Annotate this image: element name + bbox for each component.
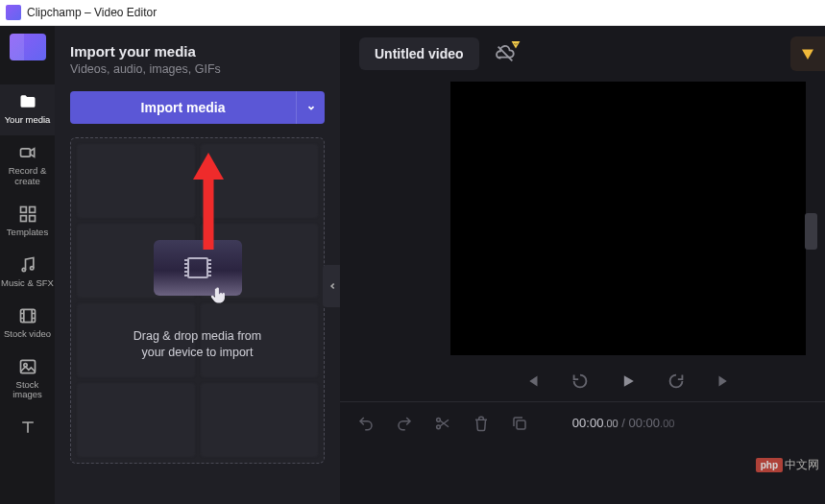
video-camera-icon [17, 143, 38, 162]
nav-label: Your media [5, 115, 51, 126]
nav-stock-images[interactable]: Stock images [0, 349, 55, 411]
premium-diamond-icon [799, 45, 816, 62]
delete-button[interactable] [473, 415, 490, 432]
import-media-button[interactable]: Import media [70, 91, 296, 124]
pointer-hand-icon [207, 286, 229, 307]
project-title-button[interactable]: Untitled video [359, 37, 479, 70]
svg-point-5 [22, 268, 25, 271]
top-bar: Untitled video [340, 26, 825, 82]
play-button[interactable] [618, 371, 639, 392]
skip-start-button[interactable] [522, 371, 543, 392]
window-title: Clipchamp – Video Editor [27, 6, 157, 19]
svg-rect-1 [20, 206, 26, 212]
timecode-duration-ms: .00 [660, 418, 674, 429]
text-icon [17, 418, 38, 437]
redo-button[interactable] [396, 415, 413, 432]
undo-icon [357, 415, 375, 432]
svg-rect-2 [29, 206, 35, 212]
skip-start-icon [522, 371, 543, 392]
timecode-sep: / [621, 416, 628, 430]
templates-icon [17, 204, 38, 224]
video-preview[interactable] [450, 82, 806, 355]
svg-rect-8 [20, 360, 35, 372]
nav-text[interactable] [0, 410, 55, 450]
nav-label: Stock images [0, 380, 55, 401]
preview-area [359, 82, 806, 355]
skip-end-icon [714, 371, 735, 392]
import-media-dropdown[interactable] [296, 91, 325, 124]
premium-diamond-icon [511, 39, 521, 49]
nav-music-sfx[interactable]: Music & SFX [0, 248, 55, 299]
duplicate-button[interactable] [511, 415, 528, 432]
svg-rect-4 [29, 215, 35, 221]
app-root: Your media Record & create Templates Mus… [0, 26, 825, 504]
dropzone-thumb [154, 240, 242, 296]
dropzone-line2: your device to import [141, 346, 253, 359]
nav-label: Record & create [0, 166, 55, 187]
scissors-icon [434, 415, 451, 432]
chevron-down-icon [306, 103, 316, 112]
skip-end-button[interactable] [714, 371, 735, 392]
forward-button[interactable] [666, 371, 687, 392]
svg-rect-12 [517, 420, 525, 429]
timecode-duration: 00:00 [629, 416, 661, 430]
panel-title: Import your media [70, 43, 325, 60]
nav-templates[interactable]: Templates [0, 197, 55, 248]
nav-label: Templates [7, 228, 48, 238]
music-icon [17, 255, 38, 275]
forward-icon [666, 371, 687, 392]
redo-icon [396, 415, 413, 432]
copy-icon [511, 415, 528, 432]
timecode-current-ms: .00 [603, 418, 618, 429]
left-nav: Your media Record & create Templates Mus… [0, 26, 55, 504]
nav-record-create[interactable]: Record & create [0, 135, 55, 197]
image-icon [17, 357, 38, 376]
media-panel: Import your media Videos, audio, images,… [55, 26, 340, 504]
trash-icon [473, 415, 490, 432]
upgrade-button[interactable] [790, 36, 825, 71]
cloud-sync-button[interactable] [489, 37, 522, 70]
play-icon [619, 372, 638, 391]
folder-icon [17, 92, 38, 111]
watermark-text: 中文网 [785, 457, 819, 473]
nav-your-media[interactable]: Your media [0, 84, 55, 135]
svg-rect-0 [20, 149, 30, 156]
clipchamp-logo[interactable] [10, 34, 46, 60]
rewind-icon [570, 371, 591, 392]
timeline-toolbar: 00:00.00 / 00:00.00 [340, 401, 825, 444]
timecode-current: 00:00 [572, 416, 604, 430]
window-titlebar: Clipchamp – Video Editor [0, 0, 825, 26]
media-dropzone[interactable]: Drag & drop media from your device to im… [70, 137, 325, 464]
nav-label: Music & SFX [1, 278, 54, 289]
split-button[interactable] [434, 415, 451, 432]
dropzone-text: Drag & drop media from your device to im… [133, 328, 261, 362]
chevron-left-icon [328, 280, 337, 292]
nav-label: Stock video [4, 329, 51, 340]
svg-rect-7 [20, 309, 35, 322]
svg-rect-3 [20, 215, 26, 221]
nav-stock-video[interactable]: Stock video [0, 299, 55, 349]
player-controls [431, 361, 825, 401]
rewind-button[interactable] [570, 371, 591, 392]
undo-button[interactable] [357, 415, 375, 432]
preview-resize-handle[interactable] [805, 213, 817, 250]
collapse-panel-button[interactable] [323, 265, 342, 307]
main-area: Untitled video [340, 26, 825, 504]
timecode: 00:00.00 / 00:00.00 [572, 416, 675, 430]
watermark-badge: php [756, 458, 783, 472]
app-icon [6, 5, 21, 20]
dropzone-content: Drag & drop media from your device to im… [71, 138, 324, 463]
svg-point-6 [30, 266, 33, 269]
dropzone-line1: Drag & drop media from [133, 329, 261, 343]
film-icon [17, 306, 38, 325]
film-strip-icon [187, 257, 208, 278]
panel-subtitle: Videos, audio, images, GIFs [70, 62, 325, 76]
watermark: php 中文网 [756, 457, 819, 473]
